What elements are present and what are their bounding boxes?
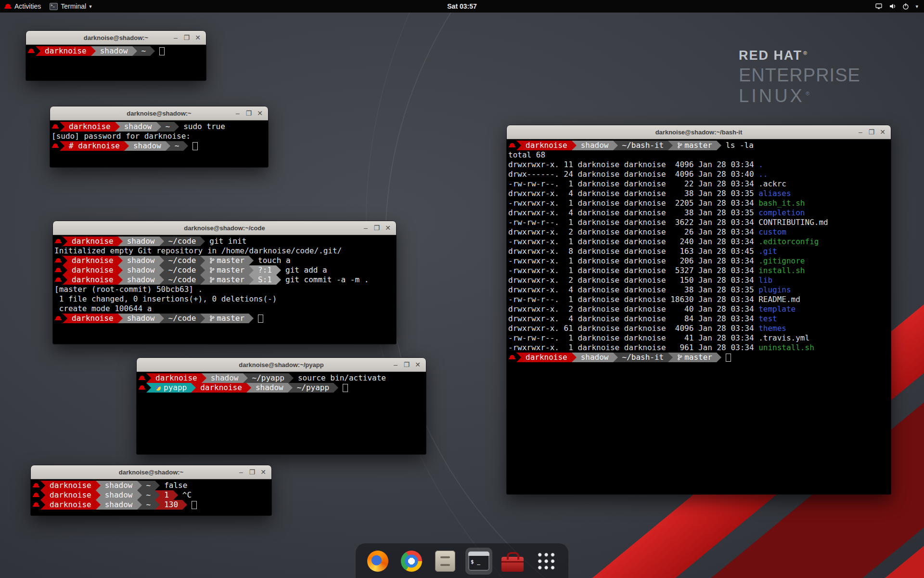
prompt-arrow: [137, 500, 142, 510]
prompt-line: darknoiseshadow~/codegit init: [54, 236, 396, 246]
close-button[interactable]: ✕: [383, 223, 393, 233]
segment-label: shadow: [127, 256, 155, 265]
minimize-button[interactable]: –: [233, 108, 243, 118]
output-line: drwx------. 24 darknoise darknoise 4096 …: [508, 170, 891, 179]
prompt-arrow: [118, 256, 123, 265]
maximize-button[interactable]: ❐: [247, 467, 257, 477]
powerline-segment: master: [205, 314, 249, 323]
dock-item-files[interactable]: [432, 548, 459, 575]
prompt-arrow: [183, 141, 188, 151]
dock-item-app-grid[interactable]: [533, 548, 560, 575]
prompt-arrow: [155, 490, 160, 500]
chevron-down-icon: ▾: [89, 3, 92, 10]
output-line: drwxrwxr-x. 4 darknoise darknoise 38 Jan…: [508, 189, 891, 198]
powerline-segment: ~/pyapp: [293, 383, 334, 393]
window-titlebar[interactable]: darknoise@shadow:~/bash-it–❐✕: [507, 125, 891, 139]
prompt-arrow: [613, 141, 618, 150]
close-button[interactable]: ✕: [258, 467, 268, 477]
powerline-segment: ~: [142, 500, 155, 510]
ls-filename: .ackrc: [758, 179, 786, 188]
segment-label: ~/code: [168, 256, 196, 265]
output-line: total 68: [508, 150, 891, 160]
maximize-button[interactable]: ❐: [372, 223, 382, 233]
output-line: drwxrwxr-x. 4 darknoise darknoise 84 Jan…: [508, 314, 891, 324]
app-menu-button[interactable]: Terminal ▾: [45, 0, 96, 13]
activities-button[interactable]: Activities: [0, 0, 45, 13]
minimize-button[interactable]: –: [236, 467, 246, 477]
powerline-segment: ~: [142, 490, 155, 500]
window-titlebar[interactable]: darknoise@shadow:~–❐✕: [26, 31, 206, 45]
output-line: create mode 100644 a: [54, 304, 396, 314]
powerline-segment: darknoise: [64, 122, 115, 131]
output-line: Initialized empty Git repository in /hom…: [54, 246, 396, 256]
maximize-button[interactable]: ❐: [867, 127, 876, 137]
output-line: drwxrwxr-x. 2 darknoise darknoise 26 Jan…: [508, 227, 891, 237]
prompt-line: # darknoiseshadow~: [51, 141, 268, 151]
segment-label: darknoise: [50, 500, 91, 509]
power-icon[interactable]: [902, 2, 910, 10]
prompt-arrow: [166, 141, 170, 151]
prompt-line: darknoiseshadow~/codemastertouch a: [54, 256, 396, 265]
ls-filename: bash_it.sh: [758, 198, 805, 208]
ls-filename: ..: [758, 170, 768, 179]
prompt-arrow: [132, 46, 137, 56]
powerline-segment: darknoise: [67, 275, 118, 285]
close-button[interactable]: ✕: [413, 360, 423, 369]
ls-prefix: drwxrwxr-x. 61 darknoise darknoise 4096 …: [508, 324, 758, 333]
segment-label: ~: [141, 46, 146, 55]
window-titlebar[interactable]: darknoise@shadow:~–❐✕: [50, 106, 268, 120]
segment-label: master: [217, 256, 244, 265]
rhel-logo-line1: RED HAT®: [739, 48, 860, 63]
maximize-button[interactable]: ❐: [402, 360, 411, 369]
prompt-arrow: [668, 141, 673, 150]
command-text: git init: [205, 236, 246, 246]
ls-filename: test: [758, 314, 777, 323]
prompt-arrow: [191, 383, 196, 393]
window-titlebar[interactable]: darknoise@shadow:~–❐✕: [31, 465, 271, 479]
prompt-arrow: [155, 481, 160, 490]
terminal-content[interactable]: darknoiseshadow~falsedarknoiseshadow~1^C…: [31, 479, 271, 515]
close-button[interactable]: ✕: [878, 127, 887, 137]
terminal-content[interactable]: darknoiseshadow~: [26, 45, 206, 80]
dock-item-firefox[interactable]: [364, 548, 391, 575]
dock-item-toolbox[interactable]: [499, 548, 526, 575]
maximize-button[interactable]: ❐: [182, 33, 192, 42]
registered-mark: ®: [806, 91, 812, 96]
terminal-content[interactable]: darknoiseshadow~/pyappsource bin/activat…: [137, 372, 426, 454]
prompt-line: darknoiseshadow~/bash-itmaster: [508, 353, 891, 362]
clock[interactable]: Sat 03:57: [447, 2, 476, 10]
screen-icon[interactable]: [875, 2, 883, 10]
powerline-segment: shadow: [123, 275, 159, 285]
minimize-button[interactable]: –: [361, 223, 371, 233]
segment-label: ~/bash-it: [622, 141, 664, 150]
close-button[interactable]: ✕: [193, 33, 203, 42]
minimize-button[interactable]: –: [171, 33, 180, 42]
terminal-content[interactable]: darknoiseshadow~sudo true[sudo] password…: [50, 120, 268, 167]
dock-item-chrome[interactable]: [398, 548, 425, 575]
git-branch-icon: [677, 353, 682, 362]
ls-prefix: -rw-rw-r--. 1 darknoise darknoise 41 Jan…: [508, 333, 758, 342]
terminal-content[interactable]: darknoiseshadow~/codegit initInitialized…: [53, 235, 396, 344]
segment-label: 1: [164, 490, 169, 499]
window-titlebar[interactable]: darknoise@shadow:~/code–❐✕: [53, 221, 396, 235]
terminal-content[interactable]: darknoiseshadow~/bash-itmasterls -latota…: [507, 139, 891, 494]
prompt-arrow: [159, 236, 164, 246]
window-titlebar[interactable]: darknoise@shadow:~/pyapp–❐✕: [137, 358, 426, 372]
dock-item-terminal[interactable]: [465, 548, 492, 575]
maximize-button[interactable]: ❐: [244, 108, 254, 118]
redhat-icon: [51, 141, 60, 151]
chevron-down-icon[interactable]: ▾: [915, 3, 918, 10]
prompt-line: darknoiseshadow~/pyappsource bin/activat…: [138, 373, 426, 383]
segment-label: master: [684, 141, 712, 150]
powerline-segment: ~/bash-it: [618, 353, 668, 362]
volume-icon[interactable]: [888, 2, 896, 10]
window-controls: –❐✕: [391, 358, 423, 371]
minimize-button[interactable]: –: [856, 127, 865, 137]
output-line: -rwxrwxr-x. 1 darknoise darknoise 2205 J…: [508, 198, 891, 208]
close-button[interactable]: ✕: [255, 108, 265, 118]
ls-filename: .editorconfig: [758, 237, 819, 246]
rhel-logo: RED HAT® ENTERPRISE LINUX®: [739, 48, 860, 106]
segment-label: pyapp: [164, 383, 187, 392]
ls-filename: completion: [758, 208, 805, 217]
minimize-button[interactable]: –: [391, 360, 400, 369]
